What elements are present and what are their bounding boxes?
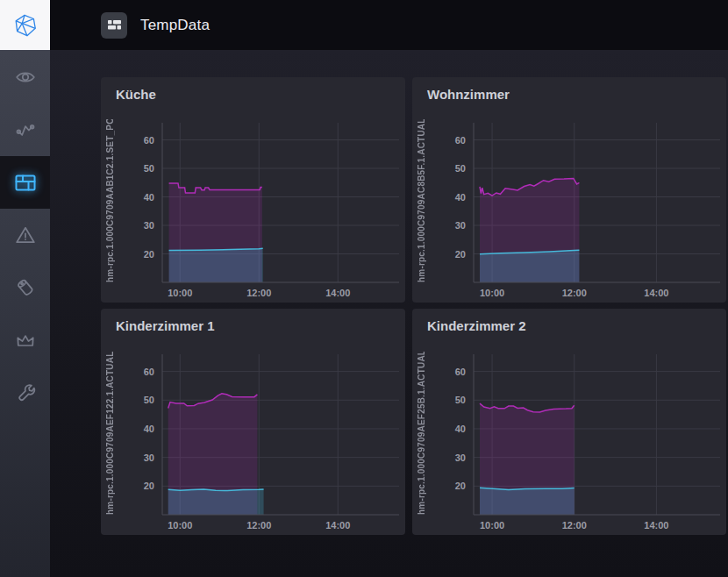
- svg-text:12:00: 12:00: [562, 288, 587, 298]
- svg-text:60: 60: [144, 367, 154, 377]
- svg-text:20: 20: [455, 481, 466, 491]
- sidebar-item-configuration[interactable]: [0, 367, 50, 419]
- dashboard-grid-icon: [15, 175, 36, 191]
- svg-text:30: 30: [455, 452, 466, 463]
- eye-icon: [15, 67, 36, 88]
- chart-area: 10:0012:0014:002030405060 hm-rpc.1.000C9…: [101, 109, 405, 303]
- svg-text:50: 50: [455, 163, 466, 174]
- svg-text:30: 30: [144, 220, 154, 231]
- chart-canvas[interactable]: 10:0012:0014:002030405060: [412, 340, 726, 535]
- svg-text:40: 40: [144, 192, 154, 203]
- svg-text:10:00: 10:00: [168, 288, 192, 298]
- dashboard-grid-icon: [108, 20, 121, 30]
- svg-text:60: 60: [144, 135, 154, 146]
- crown-icon: [15, 330, 36, 351]
- sidebar-nav: [0, 50, 50, 577]
- y-axis-label: hm-rpc.1.000C9709AC8B5F.1.ACTUAL...: [417, 119, 426, 282]
- panel-kueche: Küche 10:0012:0014:002030405060 hm-rpc.1…: [101, 77, 405, 303]
- chart-area: 10:0012:0014:002030405060 hm-rpc.1.000C9…: [412, 109, 726, 303]
- svg-text:40: 40: [455, 192, 466, 203]
- svg-text:20: 20: [455, 249, 466, 260]
- log-icon: [15, 277, 36, 298]
- svg-text:40: 40: [455, 424, 466, 434]
- dashboard-title-tile: [101, 12, 127, 39]
- svg-text:14:00: 14:00: [644, 520, 668, 531]
- svg-text:40: 40: [144, 424, 154, 434]
- chart-area: 10:0012:0014:002030405060 hm-rpc.1.000C9…: [101, 340, 405, 535]
- svg-text:12:00: 12:00: [562, 520, 587, 531]
- sidebar-item-dashboards[interactable]: [0, 156, 50, 209]
- svg-text:10:00: 10:00: [480, 288, 504, 298]
- panel-kinderzimmer-1: Kinderzimmer 1 10:0012:0014:002030405060…: [101, 309, 405, 535]
- svg-text:50: 50: [455, 395, 466, 405]
- chart-canvas[interactable]: 10:0012:0014:002030405060: [412, 109, 726, 303]
- wrench-icon: [15, 382, 36, 403]
- svg-text:30: 30: [455, 220, 466, 231]
- svg-text:60: 60: [455, 367, 466, 377]
- svg-text:10:00: 10:00: [168, 520, 192, 531]
- svg-text:20: 20: [144, 481, 154, 491]
- y-axis-label: hm-rpc.1.000C9709AEF122.1.ACTUAL...: [105, 352, 115, 515]
- svg-text:50: 50: [144, 395, 154, 405]
- sidebar-item-host-list[interactable]: [0, 51, 50, 103]
- sidebar-item-data-explorer[interactable]: [0, 103, 50, 156]
- svg-text:60: 60: [455, 135, 466, 146]
- alert-triangle-icon: [15, 224, 36, 246]
- app-window: TempData: [0, 0, 728, 577]
- y-axis-label: hm-rpc.1.000C9709AAB1C2.1.SET_PO...: [105, 119, 115, 282]
- svg-text:20: 20: [144, 249, 154, 260]
- panel-title[interactable]: Kinderzimmer 2: [412, 309, 726, 340]
- svg-text:14:00: 14:00: [644, 288, 668, 298]
- svg-text:14:00: 14:00: [325, 520, 350, 531]
- sidebar-item-alerting[interactable]: [0, 209, 50, 261]
- panel-title[interactable]: Kinderzimmer 1: [101, 309, 405, 340]
- sidebar-item-log-viewer[interactable]: [0, 261, 50, 314]
- panel-title[interactable]: Küche: [101, 77, 405, 109]
- dashboard-grid: Küche 10:0012:0014:002030405060 hm-rpc.1…: [101, 77, 726, 535]
- svg-text:50: 50: [144, 163, 154, 174]
- sidebar-item-admin[interactable]: [0, 314, 50, 367]
- dashboard-content: Küche 10:0012:0014:002030405060 hm-rpc.1…: [50, 50, 728, 577]
- panel-title[interactable]: Wohnzimmer: [412, 77, 726, 109]
- svg-text:12:00: 12:00: [246, 520, 271, 531]
- page-title: TempData: [140, 17, 210, 34]
- app-logo[interactable]: [0, 0, 50, 50]
- chart-area: 10:0012:0014:002030405060 hm-rpc.1.000C9…: [412, 340, 726, 535]
- svg-text:12:00: 12:00: [246, 288, 271, 298]
- y-axis-label: hm-rpc.1.000C9709AEF25B.1.ACTUAL...: [417, 352, 426, 515]
- chart-canvas[interactable]: 10:0012:0014:002030405060: [101, 109, 405, 303]
- pulse-graph-icon: [15, 119, 36, 140]
- svg-text:14:00: 14:00: [325, 288, 350, 298]
- header-bar: TempData: [50, 0, 728, 50]
- chart-canvas[interactable]: 10:0012:0014:002030405060: [101, 340, 405, 535]
- gem-logo-icon: [12, 11, 39, 39]
- panel-wohnzimmer: Wohnzimmer 10:0012:0014:002030405060 hm-…: [412, 77, 726, 303]
- svg-text:30: 30: [144, 452, 154, 463]
- svg-text:10:00: 10:00: [480, 520, 504, 531]
- panel-kinderzimmer-2: Kinderzimmer 2 10:0012:0014:002030405060…: [412, 309, 726, 535]
